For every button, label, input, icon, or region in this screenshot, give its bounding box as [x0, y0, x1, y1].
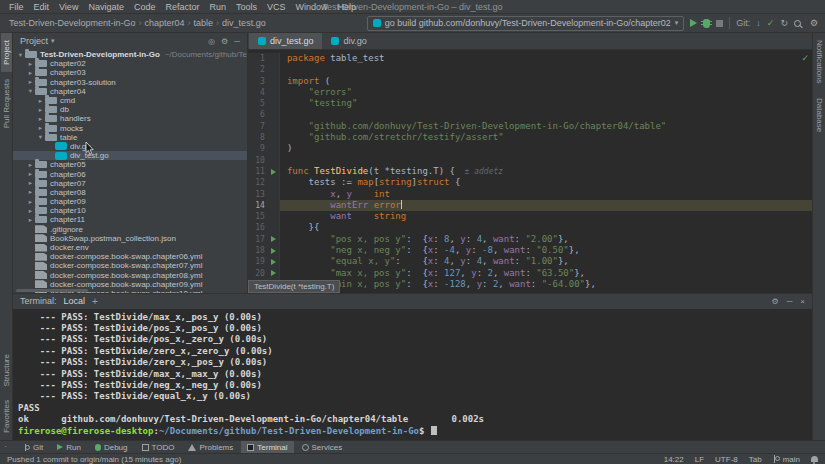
run-test-icon[interactable] [271, 270, 276, 276]
inspections-ok-icon[interactable]: ✓ [801, 53, 809, 63]
terminal-body[interactable]: --- PASS: TestDivide/max_x,_pos_y (0.00s… [13, 309, 812, 440]
chevron-down-icon[interactable]: ▾ [51, 37, 55, 45]
editor-code[interactable]: 1package table_test23import (4 "errors"5… [248, 50, 812, 293]
tool-stripe-pull-requests[interactable]: Pull Requests [1, 72, 12, 135]
locate-file-icon[interactable]: ◎ [208, 37, 215, 46]
menu-help[interactable]: Help [333, 2, 362, 12]
tree-chevron-icon[interactable]: ▸ [26, 78, 35, 86]
menu-tools[interactable]: Tools [231, 2, 262, 12]
editor-tab-div-go[interactable]: div.go [322, 33, 375, 49]
code-text[interactable]: "github.com/stretchr/testify/assert" [280, 132, 812, 143]
run-test-icon[interactable] [271, 259, 276, 265]
toolwindow-button-git[interactable]: Git [17, 441, 49, 453]
code-text[interactable]: "github.com/donhuvy/Test-Driven-Developm… [280, 121, 812, 132]
search-everywhere-icon[interactable] [794, 20, 801, 27]
code-text[interactable]: func TestDivide(t *testing.T) { ± addetz [280, 166, 812, 177]
tree-chevron-icon[interactable]: ▸ [36, 106, 45, 114]
tree-chevron-icon[interactable]: ▸ [26, 207, 35, 215]
tree-chevron-icon[interactable]: ▸ [26, 69, 35, 77]
code-text[interactable]: x, y int [280, 189, 812, 200]
code-text[interactable]: "neg x, neg y": {x: -4, y: -8, want: "0.… [280, 245, 812, 256]
run-test-gutter[interactable] [269, 256, 280, 267]
run-test-icon[interactable] [271, 248, 276, 254]
hide-panel-icon[interactable]: ─ [234, 37, 240, 46]
git-history-icon[interactable]: ↻ [780, 19, 788, 28]
tool-stripe-database[interactable]: Database [814, 91, 825, 139]
code-text[interactable]: tests := map[string]struct { [280, 177, 812, 188]
run-test-icon[interactable] [271, 169, 276, 175]
run-test-gutter[interactable] [269, 234, 280, 245]
code-text[interactable]: "pos x, pos y": {x: 8, y: 4, want: "2.00… [280, 234, 812, 245]
code-text[interactable]: "errors" [280, 87, 812, 98]
close-icon[interactable]: × [800, 297, 805, 306]
code-text[interactable] [280, 109, 812, 120]
run-test-gutter[interactable] [269, 245, 280, 256]
tree-chevron-icon[interactable]: ▸ [36, 115, 45, 123]
toolwindow-switcher-icon[interactable] [5, 446, 8, 449]
tree-item-docker-env[interactable]: docker.env [13, 243, 247, 252]
menu-refactor[interactable]: Refactor [160, 2, 204, 12]
code-text[interactable]: want string [280, 211, 812, 222]
tree-chevron-icon[interactable]: ▸ [26, 179, 35, 187]
breadcrumb-item-test-driven-development-in-go[interactable]: Test-Driven-Development-in-Go [7, 18, 138, 28]
debug-button[interactable] [703, 19, 710, 28]
toolwindow-button-terminal[interactable]: Terminal [241, 441, 293, 453]
tree-item-chapter03-solution[interactable]: ▸chapter03-solution [13, 78, 247, 87]
menu-window[interactable]: Window [291, 2, 333, 12]
toolwindow-button-todo[interactable]: TODO [136, 441, 181, 453]
minimize-icon[interactable]: ─ [787, 297, 793, 306]
tree-item-chapter02[interactable]: ▸chapter02 [13, 59, 247, 68]
menu-code[interactable]: Code [129, 2, 161, 12]
tree-item-chapter05[interactable]: ▸chapter05 [13, 160, 247, 169]
tree-item-table[interactable]: ▾table [13, 133, 247, 142]
project-panel-title[interactable]: Project [20, 36, 48, 46]
menu-file[interactable]: File [4, 2, 29, 12]
tree-chevron-icon[interactable]: ▸ [36, 97, 45, 105]
tree-item-test-driven-development-in-go[interactable]: ▾Test-Driven-Development-in-Go~/Document… [13, 50, 247, 59]
toolwindow-button-services[interactable]: Services [296, 441, 349, 453]
tool-stripe-structure[interactable]: Structure [1, 347, 12, 393]
tree-chevron-icon[interactable]: ▾ [26, 87, 35, 95]
notifications-bell-icon[interactable] [811, 456, 818, 462]
tree-item-chapter11[interactable]: ▸chapter11 [13, 215, 247, 224]
git-update-icon[interactable]: ↓ [756, 19, 761, 28]
tree-chevron-icon[interactable]: ▾ [16, 51, 25, 59]
breadcrumb-item-chapter04[interactable]: chapter04 [143, 18, 187, 28]
menu-vcs[interactable]: VCS [262, 2, 291, 12]
code-text[interactable] [280, 64, 812, 75]
tree-item-chapter06[interactable]: ▸chapter06 [13, 169, 247, 178]
new-session-icon[interactable]: + [92, 296, 98, 307]
breadcrumb-item-table[interactable]: table [192, 18, 216, 28]
tree-item-chapter10[interactable]: ▸chapter10 [13, 206, 247, 215]
tree-chevron-icon[interactable]: ▸ [26, 198, 35, 206]
code-text[interactable]: wantErr error [280, 200, 812, 211]
run-test-gutter[interactable] [269, 166, 280, 177]
code-text[interactable]: "max x, pos y": {x: 127, y: 2, want: "63… [280, 268, 812, 279]
menu-run[interactable]: Run [204, 2, 231, 12]
tree-item-div-go[interactable]: div.go [13, 142, 247, 151]
tree-chevron-icon[interactable]: ▸ [26, 170, 35, 178]
run-test-icon[interactable] [271, 236, 276, 242]
run-configuration-select[interactable]: go build github.com/donhuvy/Test-Driven-… [367, 16, 685, 31]
tree-chevron-icon[interactable]: ▸ [26, 188, 35, 196]
tree-chevron-icon[interactable]: ▸ [36, 124, 45, 132]
tree-item-docker-compose-book-swap-chapter08-yml[interactable]: docker-compose.book-swap.chapter08.yml [13, 271, 247, 280]
stop-button[interactable] [716, 20, 723, 27]
toolwindow-button-debug[interactable]: Debug [89, 441, 134, 453]
settings-gear-icon[interactable]: ⚙ [221, 37, 228, 46]
tree-item-chapter09[interactable]: ▸chapter09 [13, 197, 247, 206]
menu-navigate[interactable]: Navigate [83, 2, 129, 12]
menu-view[interactable]: View [54, 2, 83, 12]
terminal-tab-local[interactable]: Local [64, 296, 86, 306]
settings-gear-icon[interactable]: ⚙ [810, 19, 818, 28]
status-line-separator[interactable]: LF [695, 455, 704, 464]
toolwindow-button-run[interactable]: Run [51, 441, 87, 453]
code-text[interactable]: import ( [280, 76, 812, 87]
tool-stripe-project[interactable]: Project [1, 33, 12, 72]
tree-chevron-icon[interactable]: ▸ [26, 161, 35, 169]
menu-edit[interactable]: Edit [29, 2, 55, 12]
run-test-gutter[interactable] [269, 268, 280, 279]
code-text[interactable]: "min x, pos y": {x: -128, y: 2, want: "-… [280, 279, 812, 290]
status-file-encoding[interactable]: UTF-8 [715, 455, 738, 464]
tree-item-chapter08[interactable]: ▸chapter08 [13, 188, 247, 197]
